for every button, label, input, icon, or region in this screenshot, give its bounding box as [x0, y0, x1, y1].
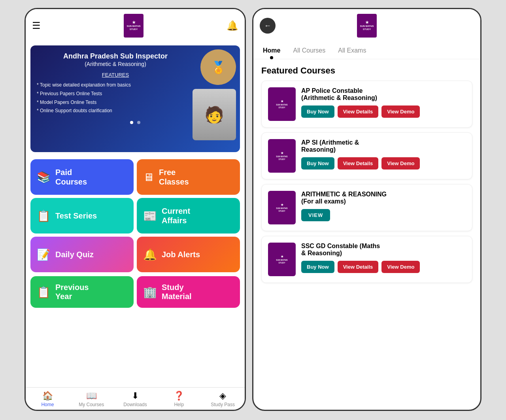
banner-title: Andhra Pradesh Sub Inspector	[37, 52, 194, 61]
job-alerts-label: Job Alerts	[162, 250, 200, 259]
feature-1: Topic wise detailed explanation from bas…	[37, 81, 194, 90]
menu-paid-courses[interactable]: 📚 PaidCourses	[30, 159, 134, 195]
nav-study-pass[interactable]: ◈ Study Pass	[201, 391, 245, 407]
menu-test-series[interactable]: 📋 Test Series	[30, 198, 134, 234]
course-buttons-ap-si: Buy Now View Details View Demo	[301, 157, 466, 170]
buy-now-ap-si[interactable]: Buy Now	[301, 157, 334, 170]
nav-home[interactable]: 🏠 Home	[26, 391, 70, 407]
logo-right: ★ SUN MATHSSTUDY	[357, 14, 377, 38]
partial-menu-row: 📋 PreviousYear 🏢 StudyMaterial	[26, 276, 245, 311]
current-affairs-icon: 📰	[143, 209, 157, 222]
feature-4: Online Support doubts clarification	[37, 107, 194, 115]
course-buttons-ap-police: Buy Now View Details View Demo	[301, 105, 466, 118]
study-pass-icon: ◈	[219, 391, 226, 401]
tab-home[interactable]: Home	[261, 42, 282, 59]
course-thumb-ap-si: ★ SUN MATHSSTUDY	[268, 139, 296, 173]
view-arithmetic[interactable]: VIEW	[301, 209, 330, 221]
paid-courses-label: PaidCourses	[55, 168, 87, 186]
banner-features: Topic wise detailed explanation from bas…	[37, 81, 194, 115]
daily-quiz-icon: 📝	[37, 248, 51, 261]
view-details-ssc-gd[interactable]: View Details	[338, 261, 379, 273]
logo-text-right: SUN MATHSSTUDY	[360, 25, 374, 31]
current-affairs-label: CurrentAffairs	[162, 206, 190, 225]
banner-person-image: 🧑	[193, 89, 236, 140]
tab-all-courses[interactable]: All Courses	[291, 42, 327, 59]
phone-right: ← ★ SUN MATHSSTUDY Home All Courses All …	[252, 8, 481, 411]
view-details-ap-police[interactable]: View Details	[338, 105, 379, 118]
phone-left: ☰ ★ SUN MATHSSTUDY 🔔 Andhra Pradesh Sub …	[25, 8, 246, 411]
free-classes-icon: 🖥	[143, 171, 154, 184]
job-alerts-icon: 🔔	[143, 248, 157, 261]
home-icon: 🏠	[42, 391, 53, 401]
course-thumb-ap-police: ★ SUN MATHSSTUDY	[268, 87, 296, 121]
menu-grid: 📚 PaidCourses 🖥 FreeClasses 📋 Test Serie…	[26, 155, 245, 276]
featured-title: Featured Courses	[261, 66, 472, 76]
nav-study-pass-label: Study Pass	[211, 402, 235, 407]
nav-downloads-label: Downloads	[123, 402, 147, 407]
feature-3: Model Papers Online Tests	[37, 98, 194, 107]
view-demo-ap-si[interactable]: View Demo	[381, 157, 420, 170]
logo-left: ★ SUN MATHSSTUDY	[124, 14, 143, 38]
buy-now-ssc-gd[interactable]: Buy Now	[301, 261, 334, 273]
course-thumb-arithmetic: ★ SUN MATHSSTUDY	[268, 191, 296, 224]
course-name-arithmetic: ARITHMETIC & REASONING(For all exams)	[301, 191, 466, 205]
course-card-ssc-gd: ★ SUN MATHSSTUDY SSC GD Constable (Maths…	[261, 236, 472, 283]
previous-year-icon: 📋	[37, 286, 51, 299]
promo-banner: Andhra Pradesh Sub Inspector (Arithmetic…	[30, 45, 240, 152]
nav-help-label: Help	[174, 402, 184, 407]
course-card-ap-police: ★ SUN MATHSSTUDY AP Police Constable(Ari…	[261, 81, 472, 128]
header-left: ☰ ★ SUN MATHSSTUDY 🔔	[26, 9, 245, 42]
header-right: ← ★ SUN MATHSSTUDY	[253, 9, 480, 42]
course-info-ap-police: AP Police Constable(Arithmetic & Reasoni…	[301, 87, 466, 118]
view-demo-ssc-gd[interactable]: View Demo	[381, 261, 420, 273]
downloads-icon: ⬇	[132, 391, 139, 401]
course-name-ap-si: AP SI (Arithmetic &Reasoning)	[301, 139, 466, 153]
hamburger-menu[interactable]: ☰	[32, 20, 41, 31]
test-series-label: Test Series	[55, 211, 97, 220]
view-demo-ap-police[interactable]: View Demo	[381, 105, 420, 118]
tabs-bar: Home All Courses All Exams	[253, 42, 480, 59]
course-buttons-ssc-gd: Buy Now View Details View Demo	[301, 261, 466, 273]
tab-all-exams[interactable]: All Exams	[336, 42, 368, 59]
paid-courses-icon: 📚	[37, 171, 51, 184]
course-card-arithmetic: ★ SUN MATHSSTUDY ARITHMETIC & REASONING(…	[261, 184, 472, 231]
featured-section: Featured Courses ★ SUN MATHSSTUDY AP Pol…	[253, 59, 480, 410]
menu-current-affairs[interactable]: 📰 CurrentAffairs	[137, 198, 240, 234]
course-buttons-arithmetic: VIEW	[301, 209, 466, 221]
banner-subtitle: (Arithmetic & Reasoning)	[37, 61, 194, 67]
test-series-icon: 📋	[37, 209, 51, 222]
back-button[interactable]: ←	[260, 18, 276, 34]
feature-2: Previous Papers Online Tests	[37, 90, 194, 98]
dot-2	[137, 121, 140, 124]
my-courses-icon: 📖	[86, 391, 97, 401]
menu-study-material[interactable]: 🏢 StudyMaterial	[137, 276, 240, 308]
nav-my-courses[interactable]: 📖 My Courses	[70, 391, 113, 407]
logo-star-right: ★	[365, 20, 369, 25]
banner-badge-image: 🏅	[200, 49, 236, 85]
menu-job-alerts[interactable]: 🔔 Job Alerts	[137, 237, 240, 272]
nav-home-label: Home	[41, 402, 54, 407]
view-details-ap-si[interactable]: View Details	[338, 157, 379, 170]
help-icon: ❓	[174, 391, 184, 401]
logo-star: ★	[132, 20, 136, 25]
course-card-ap-si: ★ SUN MATHSSTUDY AP SI (Arithmetic &Reas…	[261, 132, 472, 179]
course-name-ssc-gd: SSC GD Constable (Maths& Reasoning)	[301, 243, 466, 257]
nav-help[interactable]: ❓ Help	[157, 391, 201, 407]
menu-free-classes[interactable]: 🖥 FreeClasses	[137, 159, 240, 195]
course-name-ap-police: AP Police Constable(Arithmetic & Reasoni…	[301, 87, 466, 102]
course-info-ap-si: AP SI (Arithmetic &Reasoning) Buy Now Vi…	[301, 139, 466, 170]
course-thumb-ssc-gd: ★ SUN MATHSSTUDY	[268, 243, 296, 276]
nav-my-courses-label: My Courses	[79, 402, 104, 407]
notification-bell-icon[interactable]: 🔔	[227, 20, 238, 31]
course-info-ssc-gd: SSC GD Constable (Maths& Reasoning) Buy …	[301, 243, 466, 273]
study-material-label: StudyMaterial	[162, 283, 192, 301]
nav-downloads[interactable]: ⬇ Downloads	[113, 391, 157, 407]
menu-previous-year[interactable]: 📋 PreviousYear	[30, 276, 134, 308]
menu-daily-quiz[interactable]: 📝 Daily Quiz	[30, 237, 134, 272]
study-material-icon: 🏢	[143, 286, 157, 299]
course-info-arithmetic: ARITHMETIC & REASONING(For all exams) VI…	[301, 191, 466, 221]
logo-text: SUN MATHSSTUDY	[126, 25, 140, 31]
banner-features-heading: FEATURES	[37, 72, 194, 78]
previous-year-label: PreviousYear	[55, 283, 89, 301]
buy-now-ap-police[interactable]: Buy Now	[301, 105, 334, 118]
